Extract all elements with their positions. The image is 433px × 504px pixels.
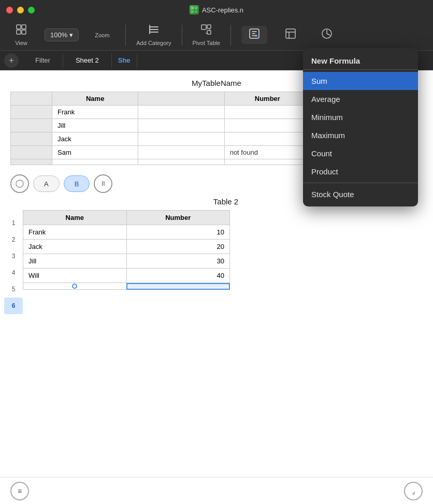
svg-rect-6 bbox=[17, 30, 21, 34]
tab-partial[interactable]: She bbox=[112, 53, 137, 67]
t2-name-1[interactable]: Frank bbox=[23, 225, 127, 240]
pause-button[interactable]: II bbox=[94, 174, 112, 193]
cell-number-5[interactable] bbox=[224, 159, 310, 165]
t2-number-2[interactable]: 20 bbox=[126, 240, 230, 254]
svg-rect-2 bbox=[191, 10, 194, 13]
svg-rect-11 bbox=[149, 25, 150, 34]
app-title: ASC-replies.n bbox=[202, 6, 243, 14]
row-header bbox=[11, 146, 52, 159]
row-num-2: 2 bbox=[4, 231, 23, 248]
col-a-label: A bbox=[44, 180, 49, 188]
t2-number-3[interactable]: 30 bbox=[126, 254, 230, 269]
col-a-button[interactable]: A bbox=[33, 175, 60, 192]
pivot-table-button[interactable]: Pivot Table bbox=[193, 24, 221, 46]
t2-name-2[interactable]: Jack bbox=[23, 240, 127, 254]
minimize-button[interactable] bbox=[17, 7, 24, 13]
top-table-header-name: Name bbox=[52, 92, 138, 106]
cell-col3-4[interactable] bbox=[138, 146, 224, 159]
add-category-button[interactable]: Add Category bbox=[136, 24, 171, 46]
table2-header-name: Name bbox=[23, 211, 127, 225]
chart-icon bbox=[321, 28, 333, 42]
table-layout-button[interactable] bbox=[278, 28, 304, 42]
view-button[interactable]: View bbox=[8, 24, 34, 46]
add-category-label: Add Category bbox=[136, 40, 171, 46]
toolbar: View 100% ▾ Zoom Add Category Pivot Tabl… bbox=[0, 20, 433, 51]
cell-col3-5[interactable] bbox=[138, 159, 224, 165]
svg-rect-12 bbox=[201, 25, 206, 29]
table-row bbox=[23, 283, 230, 290]
cell-name-3[interactable]: Jack bbox=[52, 132, 138, 146]
close-button[interactable] bbox=[6, 7, 13, 13]
cell-name-4[interactable]: Sam bbox=[52, 146, 138, 159]
tab-filter[interactable]: Filter bbox=[23, 53, 63, 67]
chart-button[interactable] bbox=[314, 28, 340, 42]
pause-icon: II bbox=[102, 180, 105, 187]
row-num-3: 3 bbox=[4, 248, 23, 264]
table-row: Sam not found bbox=[11, 146, 311, 159]
svg-rect-16 bbox=[286, 29, 295, 38]
dropdown-item-average[interactable]: Average bbox=[303, 90, 418, 108]
toolbar-divider-2 bbox=[182, 25, 182, 46]
zoom-level: 100% bbox=[50, 31, 67, 39]
dropdown-title: New Formula bbox=[303, 51, 418, 70]
cell-name-2[interactable]: Jill bbox=[52, 119, 138, 132]
dropdown-item-average-label: Average bbox=[311, 95, 340, 103]
tab-sheet2-label: Sheet 2 bbox=[76, 56, 99, 64]
add-sheet-button[interactable]: + bbox=[4, 53, 19, 68]
view-label: View bbox=[15, 40, 27, 46]
dropdown-item-count[interactable]: Count bbox=[303, 144, 418, 162]
tab-partial-label: She bbox=[118, 56, 131, 64]
new-formula-button[interactable] bbox=[241, 26, 267, 44]
resize-button[interactable]: ⌟ bbox=[404, 482, 423, 500]
dropdown-item-minimum-label: Minimum bbox=[311, 113, 343, 122]
dropdown-item-maximum[interactable]: Maximum bbox=[303, 126, 418, 144]
table-row: Frank 10 bbox=[23, 225, 230, 240]
cell-col3-3[interactable] bbox=[138, 132, 224, 146]
cell-number-4[interactable]: not found bbox=[224, 146, 310, 159]
table-row: Frank bbox=[11, 106, 311, 119]
row-header bbox=[11, 119, 52, 132]
t2-name-3[interactable]: Jill bbox=[23, 254, 127, 269]
t2-number-1[interactable]: 10 bbox=[126, 225, 230, 240]
traffic-lights bbox=[6, 7, 35, 13]
table2-header-number: Number bbox=[126, 211, 230, 225]
cell-col3-2[interactable] bbox=[138, 119, 224, 132]
cell-number-3[interactable] bbox=[224, 132, 310, 146]
table-row: Jill bbox=[11, 119, 311, 132]
table2-container: 1 2 3 4 5 6 Table 2 Name Number Frank bbox=[0, 197, 433, 314]
tab-sheet2[interactable]: Sheet 2 bbox=[63, 53, 112, 67]
dropdown-divider bbox=[303, 183, 418, 183]
dropdown-item-product[interactable]: Product bbox=[303, 162, 418, 181]
zoom-label: Zoom bbox=[89, 32, 115, 38]
cell-number-2[interactable] bbox=[224, 119, 310, 132]
add-category-icon bbox=[148, 24, 160, 38]
view-icon bbox=[16, 24, 27, 38]
row-num-1: 1 bbox=[4, 215, 23, 231]
row-header bbox=[11, 159, 52, 165]
col-reset-button[interactable] bbox=[10, 174, 29, 193]
maximize-button[interactable] bbox=[28, 7, 35, 13]
dropdown-item-stock-quote[interactable]: Stock Quote bbox=[303, 185, 418, 203]
t2-name-5[interactable] bbox=[23, 283, 127, 290]
cell-number-1[interactable] bbox=[224, 106, 310, 119]
dropdown-item-count-label: Count bbox=[311, 149, 332, 158]
t2-number-4[interactable]: 40 bbox=[126, 269, 230, 283]
col-b-button[interactable]: B bbox=[64, 175, 90, 192]
dropdown-item-minimum[interactable]: Minimum bbox=[303, 108, 418, 126]
pivot-table-icon bbox=[200, 24, 212, 38]
cell-name-5[interactable] bbox=[52, 159, 138, 165]
svg-rect-8 bbox=[149, 26, 158, 27]
zoom-text: Zoom bbox=[95, 32, 109, 38]
row-numbers: 1 2 3 4 5 6 bbox=[4, 197, 23, 314]
table-row bbox=[11, 159, 311, 165]
t2-number-5-selected[interactable] bbox=[126, 283, 230, 290]
add-sheet-icon: + bbox=[9, 56, 13, 65]
cell-col3-1[interactable] bbox=[138, 106, 224, 119]
zoom-control[interactable]: 100% ▾ bbox=[45, 28, 79, 41]
svg-rect-1 bbox=[195, 7, 197, 9]
cell-name-1[interactable]: Frank bbox=[52, 106, 138, 119]
t2-name-4[interactable]: Will bbox=[23, 269, 127, 283]
menu-button[interactable]: ≡ bbox=[10, 482, 29, 500]
formula-dropdown: New Formula Sum Average Minimum Maximum … bbox=[303, 48, 418, 206]
dropdown-item-sum[interactable]: Sum bbox=[303, 72, 418, 90]
